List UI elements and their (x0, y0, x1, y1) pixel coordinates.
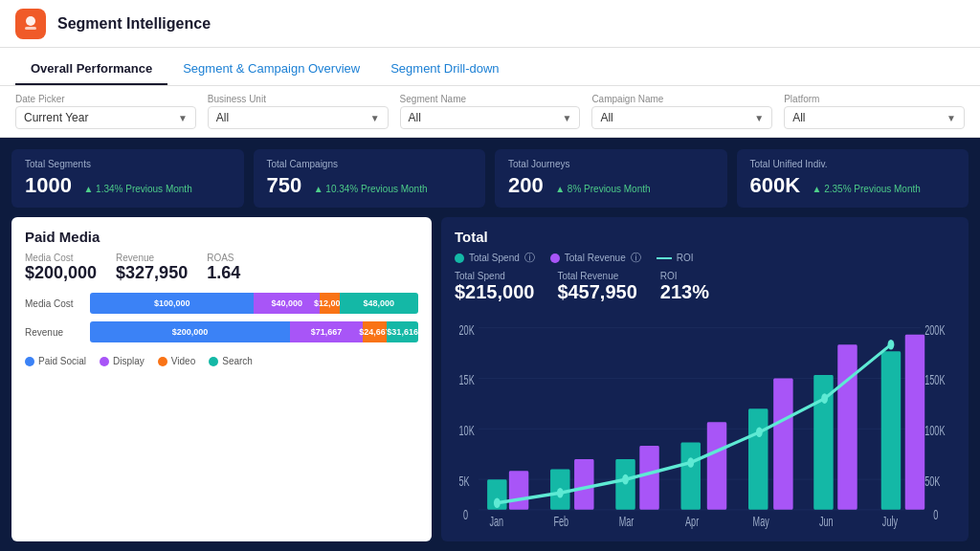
paid-social-dot (25, 357, 34, 366)
bar-seg-display: $40,000 (254, 293, 320, 314)
filter-platform: Platform All ▼ (784, 94, 965, 129)
svg-text:100K: 100K (924, 423, 945, 439)
video-dot (158, 357, 167, 366)
chevron-down-icon: ▼ (947, 113, 956, 123)
total-spend-dot (455, 253, 464, 263)
filter-campaign-name: Campaign Name All ▼ (591, 94, 772, 129)
info-icon-revenue: ⓘ (631, 251, 641, 265)
kpi-total-segments: Total Segments 1000 ▲ 1.34% Previous Mon… (11, 149, 244, 208)
svg-text:Jan: Jan (489, 514, 503, 530)
legend-total-spend: Total Spend ⓘ (455, 251, 535, 265)
bar-track-revenue: $200,000 $71,667 $24,667 $31,616 (90, 321, 418, 342)
svg-point-34 (687, 457, 694, 468)
bar-seg-paid-social-rev: $200,000 (90, 321, 290, 342)
total-roi-metric: ROI 213% (660, 271, 709, 303)
filter-date-picker: Date Picker Current Year ▼ (15, 94, 196, 129)
svg-text:20K: 20K (459, 322, 475, 339)
svg-rect-21 (748, 408, 768, 510)
total-legend: Total Spend ⓘ Total Revenue ⓘ ROI (455, 251, 955, 265)
kpi-total-campaigns: Total Campaigns 750 ▲ 10.34% Previous Mo… (254, 149, 486, 208)
bottom-row: Paid Media Media Cost $200,000 Revenue $… (11, 217, 969, 541)
svg-point-32 (557, 488, 564, 498)
legend-display: Display (100, 356, 145, 366)
total-metrics: Total Spend $215,000 Total Revenue $457,… (455, 271, 955, 303)
legend-roi: ROI (657, 251, 694, 265)
kpi-total-unified: Total Unified Indiv. 600K ▲ 2.35% Previo… (737, 149, 969, 208)
logo-icon (21, 14, 40, 33)
chevron-down-icon: ▼ (178, 113, 188, 123)
filter-business-unit-select[interactable]: All ▼ (208, 106, 389, 129)
svg-point-35 (756, 428, 763, 438)
svg-point-33 (622, 474, 629, 485)
svg-text:200K: 200K (924, 322, 945, 339)
svg-text:Mar: Mar (619, 514, 635, 530)
svg-point-0 (26, 16, 35, 26)
legend-paid-social: Paid Social (25, 356, 86, 366)
bar-revenue: Revenue $200,000 $71,667 $24,667 $31,616 (25, 321, 418, 342)
bar-seg-video: $12,000 (320, 293, 340, 314)
total-revenue-metric: Total Revenue $457,950 (557, 271, 636, 303)
svg-rect-23 (881, 351, 901, 510)
tab-segment-campaign[interactable]: Segment & Campaign Overview (167, 54, 375, 85)
app-title: Segment Intelligence (57, 15, 211, 33)
filter-date-picker-select[interactable]: Current Year ▼ (15, 106, 196, 129)
bar-seg-paid-social: $100,000 (90, 293, 254, 314)
filter-business-unit: Business Unit All ▼ (208, 94, 389, 129)
bar-seg-video-rev: $24,667 (363, 321, 388, 342)
filter-segment-name-select[interactable]: All ▼ (400, 106, 581, 129)
svg-text:15K: 15K (459, 372, 475, 388)
svg-text:150K: 150K (924, 372, 945, 388)
bar-media-cost: Media Cost $100,000 $40,000 $12,000 $48,… (25, 293, 418, 314)
display-dot (100, 357, 109, 366)
kpi-row: Total Segments 1000 ▲ 1.34% Previous Mon… (11, 149, 969, 208)
svg-rect-26 (639, 446, 658, 510)
bar-seg-search-rev: $31,616 (387, 321, 418, 342)
svg-text:Jun: Jun (819, 514, 834, 530)
pm-metric-revenue: Revenue $327,950 (116, 253, 188, 283)
chevron-down-icon: ▼ (370, 113, 380, 123)
main-content: Total Segments 1000 ▲ 1.34% Previous Mon… (0, 138, 980, 551)
filter-campaign-name-select[interactable]: All ▼ (591, 106, 772, 129)
tab-overall[interactable]: Overall Performance (15, 54, 167, 85)
bar-seg-display-rev: $71,667 (290, 321, 362, 342)
tab-bar: Overall Performance Segment & Campaign O… (0, 48, 980, 86)
svg-point-37 (888, 340, 895, 350)
roi-line (657, 257, 672, 259)
bar-track-media-cost: $100,000 $40,000 $12,000 $48,000 (90, 293, 418, 314)
svg-point-36 (821, 393, 828, 404)
kpi-total-journeys: Total Journeys 200 ▲ 8% Previous Month (495, 149, 727, 208)
paid-media-metrics: Media Cost $200,000 Revenue $327,950 ROA… (25, 253, 418, 283)
chart-svg: 20K 15K 10K 5K 0 200K 150K 100K 50K 0 (455, 311, 955, 530)
search-dot (209, 357, 218, 366)
pm-metric-media-cost: Media Cost $200,000 (25, 253, 97, 283)
total-card: Total Total Spend ⓘ Total Revenue ⓘ ROI (441, 217, 969, 541)
svg-text:50K: 50K (924, 474, 940, 490)
total-chart: 20K 15K 10K 5K 0 200K 150K 100K 50K 0 (455, 311, 955, 530)
svg-text:Feb: Feb (553, 514, 568, 530)
legend-search: Search (209, 356, 253, 366)
svg-rect-25 (574, 459, 593, 510)
logo (15, 9, 46, 39)
svg-text:Apr: Apr (685, 514, 699, 530)
svg-rect-27 (707, 422, 726, 510)
filter-bar: Date Picker Current Year ▼ Business Unit… (0, 86, 980, 138)
filter-platform-select[interactable]: All ▼ (784, 106, 965, 129)
total-revenue-dot (550, 253, 560, 263)
paid-media-legend: Paid Social Display Video Search (25, 356, 418, 366)
legend-video: Video (158, 356, 195, 366)
chevron-down-icon: ▼ (562, 113, 571, 123)
svg-text:5K: 5K (459, 474, 470, 490)
svg-text:10K: 10K (459, 423, 475, 439)
info-icon-spend: ⓘ (524, 251, 535, 265)
svg-rect-28 (773, 378, 792, 509)
svg-rect-30 (905, 335, 924, 510)
pm-metric-roas: ROAS 1.64 (207, 253, 240, 283)
svg-rect-1 (25, 27, 36, 30)
svg-text:July: July (882, 514, 898, 530)
svg-text:0: 0 (463, 507, 468, 523)
legend-total-revenue: Total Revenue ⓘ (550, 251, 641, 265)
svg-point-31 (494, 498, 501, 509)
svg-text:May: May (753, 514, 769, 530)
tab-drill-down[interactable]: Segment Drill-down (375, 54, 514, 85)
total-spend-metric: Total Spend $215,000 (455, 271, 534, 303)
